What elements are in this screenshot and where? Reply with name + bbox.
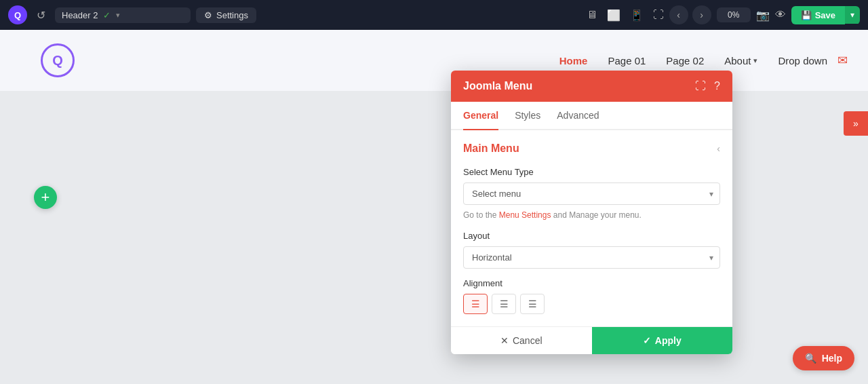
help-search-icon: 🔍	[805, 353, 816, 364]
align-left-button[interactable]: ☰	[463, 294, 488, 314]
tab-styles[interactable]: Styles	[515, 102, 540, 130]
email-icon[interactable]: ✉	[837, 53, 848, 68]
page-title-group: Header 2 ✓ ▾	[55, 7, 191, 23]
right-panel-toggle[interactable]: »	[844, 111, 868, 136]
layout-wrapper: Horizontal ▾	[463, 246, 720, 269]
forward-button[interactable]: ›	[692, 5, 711, 24]
nav-dropdown[interactable]: Drop down	[778, 55, 827, 66]
back-button[interactable]: ‹	[669, 5, 688, 24]
nav-home[interactable]: Home	[559, 55, 588, 66]
undo-button[interactable]: ↺	[33, 6, 50, 24]
align-right-button[interactable]: ☰	[520, 294, 545, 314]
menu-settings-link[interactable]: Menu Settings	[499, 210, 551, 220]
select-menu-wrapper: Select menu ▾	[463, 183, 720, 205]
history-nav: ‹ ›	[669, 5, 711, 24]
dialog-footer: ✕ Cancel ✓ Apply	[451, 326, 732, 354]
tab-general[interactable]: General	[463, 102, 498, 130]
saved-check-icon: ✓	[103, 10, 111, 20]
tablet-icon[interactable]: ⬜	[607, 9, 620, 22]
section-title: Main Menu	[463, 142, 519, 155]
app-logo: Q	[8, 5, 27, 24]
nav-page01[interactable]: Page 01	[608, 55, 646, 66]
utility-icons: 📷 👁	[756, 9, 786, 22]
cancel-x-icon: ✕	[500, 335, 509, 346]
select-menu-input[interactable]: Select menu	[463, 183, 720, 205]
alignment-label: Alignment	[463, 278, 720, 288]
header-preview: Q Home Page 01 Page 02 About ▾ Drop down…	[0, 30, 868, 91]
zoom-level[interactable]: 0%	[717, 7, 751, 22]
mobile-icon[interactable]: 📱	[630, 9, 644, 22]
add-element-button[interactable]: +	[34, 186, 57, 209]
section-header: Main Menu ‹	[463, 142, 720, 155]
save-button[interactable]: 💾 Save	[791, 6, 845, 24]
page-title: Header 2	[62, 10, 98, 20]
title-chevron-icon[interactable]: ▾	[116, 11, 120, 20]
logo-circle: Q	[41, 43, 75, 77]
save-icon: 💾	[801, 10, 812, 20]
layout-label: Layout	[463, 231, 720, 241]
align-center-button[interactable]: ☰	[492, 294, 516, 314]
save-dropdown-button[interactable]: ▾	[845, 6, 860, 24]
eye-icon[interactable]: 👁	[775, 9, 786, 21]
dialog-header: Joomla Menu ⛶ ?	[451, 71, 732, 102]
device-icons: 🖥 ⬜ 📱 ⛶	[587, 9, 664, 22]
settings-gear-icon: ⚙	[204, 10, 212, 20]
alignment-options: ☰ ☰ ☰	[463, 294, 720, 314]
select-menu-type-label: Select Menu Type	[463, 167, 720, 177]
layout-select[interactable]: Horizontal	[463, 246, 720, 269]
about-chevron-icon: ▾	[753, 56, 757, 65]
cancel-button[interactable]: ✕ Cancel	[451, 327, 592, 354]
header-logo: Q	[41, 43, 75, 77]
top-bar: Q ↺ Header 2 ✓ ▾ ⚙ Settings 🖥 ⬜ 📱 ⛶ ‹ › …	[0, 0, 868, 30]
dialog-body: Main Menu ‹ Select Menu Type Select menu…	[451, 130, 732, 326]
settings-button[interactable]: ⚙ Settings	[196, 7, 256, 23]
help-button[interactable]: 🔍 Help	[793, 346, 854, 370]
tab-advanced[interactable]: Advanced	[557, 102, 599, 130]
save-group: 💾 Save ▾	[791, 6, 860, 24]
dialog-expand-icon[interactable]: ⛶	[695, 80, 706, 92]
joomla-menu-dialog: Joomla Menu ⛶ ? General Styles Advanced …	[451, 71, 732, 354]
dialog-title: Joomla Menu	[463, 80, 532, 92]
canvas-area: Q Home Page 01 Page 02 About ▾ Drop down…	[0, 30, 868, 384]
dialog-help-icon[interactable]: ?	[714, 80, 720, 92]
dialog-tabs: General Styles Advanced	[451, 102, 732, 130]
dialog-header-icons: ⛶ ?	[695, 80, 720, 92]
field-hint: Go to the Menu Settings and Manage your …	[463, 210, 720, 220]
screenshot-icon[interactable]: 📷	[756, 9, 770, 22]
fullscreen-icon[interactable]: ⛶	[653, 9, 664, 21]
section-collapse-icon[interactable]: ‹	[717, 143, 720, 154]
apply-check-icon: ✓	[643, 335, 651, 346]
desktop-icon[interactable]: 🖥	[587, 9, 597, 21]
header-nav: Home Page 01 Page 02 About ▾ Drop down	[559, 55, 827, 66]
apply-button[interactable]: ✓ Apply	[592, 327, 733, 354]
nav-page02[interactable]: Page 02	[666, 55, 704, 66]
nav-about[interactable]: About ▾	[724, 55, 757, 66]
